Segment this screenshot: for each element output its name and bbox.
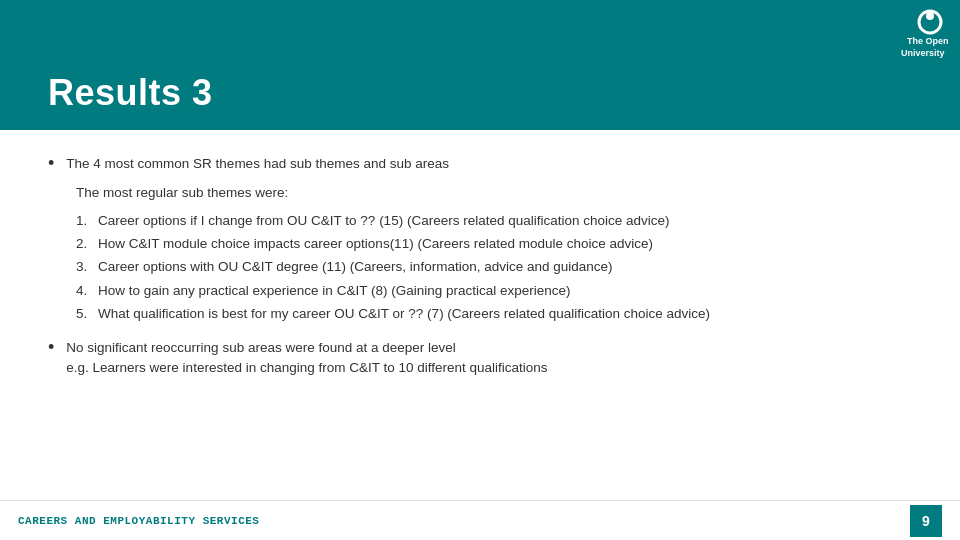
bullet-line-2: e.g. Learners were interested in changin… (66, 358, 547, 378)
list-item: 1. Career options if I change from OU C&… (76, 211, 912, 231)
list-item-text: Career options with OU C&IT degree (11) … (98, 257, 613, 277)
page-number: 9 (910, 505, 942, 537)
bullet-section-2: • No significant reoccurring sub areas w… (48, 338, 912, 379)
list-num: 3. (76, 257, 98, 277)
sub-heading-1: The most regular sub themes were: (76, 183, 912, 203)
list-num: 1. (76, 211, 98, 231)
list-item: 2. How C&IT module choice impacts career… (76, 234, 912, 254)
list-item-text: How C&IT module choice impacts career op… (98, 234, 653, 254)
list-num: 4. (76, 281, 98, 301)
list-num: 2. (76, 234, 98, 254)
svg-text:University: University (901, 48, 945, 58)
list-item-text: What qualification is best for my career… (98, 304, 710, 324)
bullet-row-2: • No significant reoccurring sub areas w… (48, 338, 912, 379)
bullet-icon-1: • (48, 153, 54, 175)
bullet-text-2: No significant reoccurring sub areas wer… (66, 338, 547, 379)
list-item: 4. How to gain any practical experience … (76, 281, 912, 301)
bullet-row-1: • The 4 most common SR themes had sub th… (48, 154, 912, 175)
svg-point-1 (926, 12, 934, 20)
sub-content-1: The most regular sub themes were: 1. Car… (76, 183, 912, 325)
bullet-text-1: The 4 most common SR themes had sub them… (66, 154, 449, 174)
bullet-section-1: • The 4 most common SR themes had sub th… (48, 154, 912, 324)
numbered-list: 1. Career options if I change from OU C&… (76, 211, 912, 324)
page-title: Results 3 (0, 72, 213, 114)
footer-label: CAREERS AND EMPLOYABILITY SERVICES (18, 515, 259, 527)
bullet-line-1: No significant reoccurring sub areas wer… (66, 338, 547, 358)
list-num: 5. (76, 304, 98, 324)
list-item-text: How to gain any practical experience in … (98, 281, 570, 301)
bullet-icon-2: • (48, 337, 54, 359)
header-band: Results 3 (0, 0, 960, 130)
main-content: • The 4 most common SR themes had sub th… (0, 130, 960, 500)
list-item: 3. Career options with OU C&IT degree (1… (76, 257, 912, 277)
list-item-text: Career options if I change from OU C&IT … (98, 211, 670, 231)
list-item: 5. What qualification is best for my car… (76, 304, 912, 324)
footer-bar: CAREERS AND EMPLOYABILITY SERVICES 9 (0, 500, 960, 540)
svg-text:The Open: The Open (907, 36, 949, 46)
ou-logo: The Open University (865, 6, 950, 68)
